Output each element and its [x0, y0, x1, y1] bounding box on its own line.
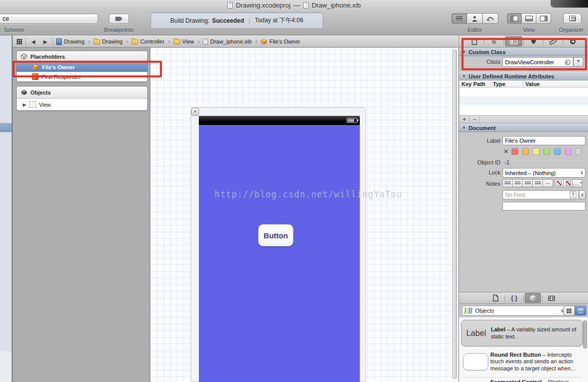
custom-class-section-header[interactable]: ▼ Custom Class [459, 48, 588, 56]
align-right-button[interactable] [523, 179, 533, 187]
color-swatch-blue[interactable] [554, 148, 561, 155]
notes-text-field[interactable] [502, 202, 585, 210]
tab-attributes-inspector[interactable] [525, 36, 542, 47]
library-item-segmented-control[interactable]: Segmented Control – Displays [461, 377, 583, 382]
breadcrumb-label: Drawing [102, 38, 122, 45]
list-view-button[interactable] [575, 306, 586, 316]
files-owner-row[interactable]: File's Owner [17, 62, 147, 72]
disclosure-triangle-icon[interactable]: ▼ [462, 50, 466, 54]
tab-size-inspector[interactable] [544, 36, 562, 47]
tab-code-snippets[interactable]: { } [506, 293, 522, 303]
object-id-value: -1 [505, 159, 510, 165]
align-center-button[interactable] [513, 179, 523, 187]
color-swatch-gray[interactable] [575, 148, 582, 155]
document-section-header[interactable]: ▼ Document [459, 123, 588, 132]
placeholders-group: Placeholders File's Owner ↑ First Respon… [16, 51, 148, 82]
jump-to-class-icon[interactable] [565, 59, 571, 65]
column-type[interactable]: Type [491, 80, 523, 87]
view-object-label: View [39, 102, 51, 108]
library-dropdown[interactable]: Objects [462, 306, 566, 316]
tab-quick-help[interactable]: ≈ [485, 36, 502, 47]
add-attribute-button[interactable]: + [459, 116, 470, 123]
connections-inspector-icon [569, 38, 576, 45]
clear-color-button[interactable]: ✕ [502, 148, 510, 155]
utilities-panel-toggle[interactable] [536, 13, 551, 24]
font-field[interactable]: No Font T [502, 190, 579, 199]
breadcrumb-xib-file[interactable]: Draw_iphone.xib [203, 38, 251, 45]
object-library-list[interactable]: Label Label – A variably sized amount of… [459, 317, 588, 382]
back-button[interactable]: ◀ [29, 39, 38, 45]
scheme-selector[interactable]: ce [0, 14, 98, 24]
no-fill-button[interactable] [555, 179, 564, 187]
runtime-attributes-table[interactable] [459, 88, 588, 115]
lock-dropdown[interactable]: Inherited – (Nothing) [502, 168, 585, 178]
document-label-field[interactable]: File's Owner [502, 136, 585, 145]
divider [543, 38, 543, 45]
ib-canvas[interactable]: http://blog.csdn.net/willingYaTou Button… [150, 48, 458, 382]
font-stepper[interactable] [579, 190, 585, 199]
align-left-button[interactable] [502, 179, 513, 187]
standard-editor-button[interactable] [451, 13, 467, 24]
breadcrumb-files-owner[interactable]: File's Owner [261, 38, 300, 45]
debug-panel-toggle[interactable] [522, 13, 536, 24]
document-label-value: File's Owner [505, 138, 536, 144]
tab-object-library[interactable] [525, 293, 541, 303]
related-items-icon[interactable] [17, 39, 22, 45]
column-key-path[interactable]: Key Path [459, 80, 491, 87]
align-left-icon [505, 181, 511, 185]
breadcrumb-group-view[interactable]: View [174, 38, 194, 45]
activity-viewer: Build Drawing: Succeeded | Today at 下午4:… [150, 12, 323, 29]
color-swatch-green[interactable] [543, 148, 550, 155]
iphone-view[interactable] [199, 116, 360, 382]
canvas-scrollbar[interactable] [452, 50, 457, 379]
no-border-button[interactable] [564, 179, 573, 187]
objects-header[interactable]: Objects [17, 87, 147, 99]
library-item-label[interactable]: Label Label – A variably sized amount of… [461, 320, 583, 347]
align-justify-button[interactable] [533, 179, 543, 187]
tab-media-library[interactable] [543, 293, 560, 303]
disclosure-triangle-icon[interactable]: ▼ [462, 74, 466, 78]
library-scrollbar[interactable] [583, 320, 587, 349]
folder-icon [174, 39, 180, 45]
more-formats-button[interactable]: … [573, 179, 582, 187]
grid-view-button[interactable] [563, 306, 575, 316]
drawing-view[interactable] [199, 125, 360, 382]
disclosure-triangle-icon[interactable]: ▶ [23, 102, 26, 107]
navigator-panel-toggle[interactable] [507, 13, 522, 24]
class-combo-field[interactable]: DrawViewController [502, 57, 573, 67]
breadcrumb-group-controller[interactable]: Controller [132, 38, 164, 45]
color-swatch-red[interactable] [512, 148, 518, 155]
view-row[interactable]: ▶ View [17, 99, 147, 110]
class-dropdown-button[interactable] [573, 57, 583, 67]
placeholders-header[interactable]: Placeholders [17, 51, 147, 62]
breakpoints-button[interactable] [109, 14, 129, 24]
first-responder-row[interactable]: ↑ First Responder [17, 72, 147, 81]
version-editor-button[interactable] [483, 13, 498, 24]
breadcrumb-project[interactable]: Drawing [56, 38, 84, 45]
file-template-icon [493, 294, 498, 302]
tab-identity-inspector[interactable] [505, 36, 522, 47]
font-panel-icon[interactable]: T [570, 191, 576, 198]
remove-attribute-button[interactable]: − [470, 116, 480, 123]
objects-cube-icon [21, 89, 27, 96]
library-item-round-rect-button[interactable]: Round Rect Button – Intercepts touch eve… [461, 348, 583, 375]
color-swatch-yellow[interactable] [533, 148, 539, 155]
objects-group: Objects ▶ View [16, 86, 148, 111]
column-value[interactable]: Value [523, 80, 588, 87]
tab-file-templates[interactable] [487, 293, 503, 303]
divider [25, 38, 26, 45]
divider [53, 38, 53, 45]
breadcrumb-group-drawing[interactable]: Drawing [94, 38, 122, 45]
dashes-button[interactable]: --- [543, 179, 553, 187]
color-swatch-orange[interactable] [522, 148, 529, 155]
forward-button[interactable]: ▶ [41, 39, 50, 45]
canvas-button[interactable]: Button [258, 224, 293, 246]
tab-file-inspector[interactable] [466, 36, 483, 47]
tab-connections-inspector[interactable] [564, 36, 581, 47]
close-view-button[interactable]: ✕ [191, 108, 199, 115]
disclosure-triangle-icon[interactable]: ▼ [462, 125, 466, 130]
color-swatch-pink[interactable] [565, 148, 571, 155]
assistant-editor-button[interactable] [467, 13, 483, 24]
runtime-attributes-section-header[interactable]: ▼ User Defined Runtime Attributes [459, 72, 588, 80]
organizer-button[interactable] [563, 13, 581, 24]
